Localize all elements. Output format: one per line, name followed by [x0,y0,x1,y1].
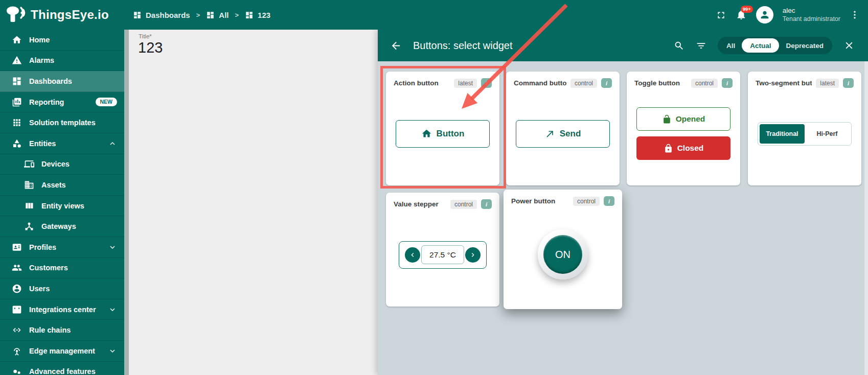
power-button-preview[interactable]: ON [538,229,588,279]
entities-icon [12,138,22,149]
chevron-down-icon [108,305,117,314]
sidebar-item-entities[interactable]: Entities [0,133,124,154]
filter-option-actual[interactable]: Actual [742,38,779,53]
header-menu-button[interactable] [850,10,860,20]
sidebar-item-label: Integrations center [29,306,96,314]
sidebar-item-solution-templates[interactable]: Solution templates [0,112,124,133]
sidebar-item-entity-views[interactable]: Entity views [0,196,124,217]
device-hub-icon [24,221,34,231]
sidebar-item-reporting[interactable]: Reporting NEW [0,92,124,113]
select-widget-panel: Buttons: select widget All Actual Deprec… [378,30,868,375]
stepper-increase-button[interactable] [465,247,481,263]
widget-card-title: Command button [514,79,566,87]
command-button-preview[interactable]: Send [516,120,610,148]
info-icon[interactable]: i [481,199,492,209]
widget-tag-badge: control [691,79,718,88]
info-icon[interactable]: i [601,78,612,88]
stepper-decrease-button[interactable] [405,247,420,263]
app-title: ThingsEye.io [31,8,109,22]
widget-card-title: Value stepper [394,200,446,208]
assets-icon [24,180,34,190]
sidebar-item-label: Edge management [29,347,95,355]
close-panel-button[interactable] [843,40,855,51]
action-button-label: Button [437,129,465,139]
widget-tag-badge: latest [454,79,477,88]
widget-card-action-button[interactable]: Action button latest i Button [386,72,499,185]
sidebar-item-rule-chains[interactable]: Rule chains [0,320,124,341]
sidebar-item-dashboards[interactable]: Dashboards [0,71,124,92]
info-icon[interactable]: i [722,78,733,88]
sidebar-item-integrations-center[interactable]: Integrations center [0,299,124,320]
close-icon [843,40,855,51]
select-widget-panel-header: Buttons: select widget All Actual Deprec… [378,30,868,61]
title-field-value[interactable]: 123 [138,39,163,56]
dashboard-icon [206,11,215,19]
sidebar-item-edge-management[interactable]: Edge management [0,341,124,362]
segment-traditional[interactable]: Traditional [760,124,805,144]
filter-button[interactable] [696,40,706,51]
sidebar-item-alarms[interactable]: Alarms [0,51,124,72]
panel-scrollbar[interactable] [864,61,868,375]
sidebar-item-assets[interactable]: Assets [0,175,124,196]
app-header: ThingsEye.io Dashboards > All > 123 99+ … [0,0,868,30]
avatar[interactable] [756,6,773,24]
devices-icon [24,159,34,169]
widget-card-title: Action button [394,79,450,87]
toggle-closed-button[interactable]: Closed [636,136,730,160]
widget-tag-badge: control [450,200,477,209]
back-button[interactable] [390,40,402,52]
back-arrow-icon [390,40,402,52]
integration-icon [12,304,22,315]
home-icon [12,35,22,45]
toggle-opened-button[interactable]: Opened [636,107,730,131]
sidebar-item-profiles[interactable]: Profiles [0,237,124,258]
filter-option-deprecated[interactable]: Deprecated [779,42,830,50]
sidebar-item-users[interactable]: Users [0,278,124,299]
chevron-down-icon [108,346,117,356]
sidebar-item-devices[interactable]: Devices [0,154,124,175]
search-button[interactable] [674,40,684,51]
user-info: alec Tenant administrator [783,7,840,24]
sidebar-item-label: Entities [29,139,56,148]
filter-option-all[interactable]: All [720,42,742,50]
info-icon[interactable]: i [481,78,492,88]
toggle-closed-label: Closed [677,144,704,153]
breadcrumb-label: All [219,11,229,19]
sidebar-item-gateways[interactable]: Gateways [0,216,124,237]
action-button-preview[interactable]: Button [396,120,490,148]
notification-count-badge: 99+ [741,6,753,13]
breadcrumb-all[interactable]: All [206,11,229,19]
notifications-button[interactable]: 99+ [736,9,747,20]
avatar-icon [759,9,770,20]
command-button-label: Send [560,129,581,139]
widget-card-command-button[interactable]: Command button control i Send [506,72,620,185]
segment-hi-perf[interactable]: Hi-Perf [805,124,850,144]
sidebar-item-home[interactable]: Home [0,30,124,51]
app-logo[interactable]: ThingsEye.io [0,6,119,24]
title-field-label: Title* [139,33,152,39]
dashboard-icon [12,76,22,86]
user-name: alec [783,7,840,15]
logo-icon [6,6,28,24]
widget-card-value-stepper[interactable]: Value stepper control i 27.5 °C [386,193,499,307]
sidebar-scrollbar[interactable] [124,30,129,375]
widget-card-two-segment-button[interactable]: Two-segment button latest i Traditional … [748,72,861,185]
info-icon[interactable]: i [604,196,614,206]
widget-card-toggle-button[interactable]: Toggle button control i Opened Closed [627,72,740,185]
breadcrumb-123[interactable]: 123 [245,11,270,19]
sidebar-item-label: Dashboards [29,77,72,85]
sidebar-item-label: Alarms [29,56,54,64]
fullscreen-button[interactable] [716,10,726,20]
sidebar-item-label: Home [29,36,50,44]
widget-card-power-button[interactable]: Power button control i ON [504,190,622,309]
sidebar-item-customers[interactable]: Customers [0,258,124,279]
widget-card-title: Toggle button [634,79,687,87]
chevron-left-icon [408,251,417,259]
widget-grid: Action button latest i Button Command bu… [378,61,868,375]
breadcrumb-dashboards[interactable]: Dashboards [133,11,190,19]
breadcrumb-label: Dashboards [146,11,190,19]
info-icon[interactable]: i [843,78,854,88]
fullscreen-icon [716,10,726,20]
sidebar-item-advanced-features[interactable]: Advanced features [0,362,124,375]
toggle-opened-label: Opened [676,114,705,124]
